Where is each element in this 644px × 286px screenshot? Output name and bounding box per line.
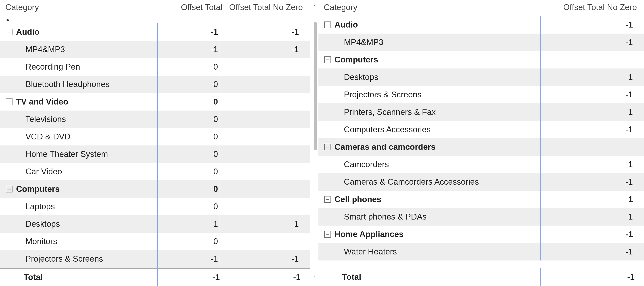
table-row[interactable]: Cameras & Camcorders Accessories-1 [318, 173, 644, 191]
table-row[interactable]: Laptops0 [0, 198, 310, 215]
table-row[interactable]: Water Heaters-1 [318, 243, 644, 260]
right-total-row: Total -1 [318, 268, 644, 286]
table-row[interactable]: Camcorders1 [318, 156, 644, 173]
left-total-c2: -1 [220, 268, 300, 286]
row-label: Printers, Scanners & Fax [344, 107, 436, 117]
cell-offset-total-no-zero [541, 138, 634, 156]
table-row[interactable]: Audio-1-1 [0, 23, 310, 41]
table-row[interactable]: MP4&MP3-1-1 [0, 41, 310, 58]
right-column-header-category[interactable]: Category [324, 2, 545, 14]
row-label: Cameras & Camcorders Accessories [344, 177, 479, 187]
scroll-down-icon[interactable]: ˅ [313, 276, 316, 281]
row-label: Projectors & Screens [344, 90, 422, 99]
collapse-icon[interactable] [6, 186, 12, 192]
cell-offset-total-no-zero: -1 [220, 23, 300, 41]
right-column-header-offset-total-no-zero[interactable]: Offset Total No Zero [545, 2, 639, 14]
row-label: Monitors [26, 237, 57, 246]
right-total-label: Total [342, 272, 361, 282]
table-row[interactable]: Desktops1 [318, 68, 644, 86]
table-row[interactable]: Car Video0 [0, 163, 310, 180]
table-row[interactable]: Computers Accessories-1 [318, 121, 644, 138]
collapse-icon[interactable] [324, 22, 331, 28]
table-row[interactable]: Projectors & Screens-1 [318, 86, 644, 103]
table-row[interactable]: Recording Pen0 [0, 58, 310, 76]
row-label: Recording Pen [26, 62, 80, 72]
cell-offset-total-no-zero: -1 [541, 16, 634, 34]
row-label: Home Appliances [334, 230, 404, 239]
cell-offset-total-no-zero [220, 233, 300, 250]
cell-offset-total-no-zero [220, 180, 300, 198]
left-header-category-label: Category [5, 3, 160, 12]
cell-offset-total-no-zero: -1 [220, 41, 300, 58]
collapse-icon[interactable] [324, 196, 331, 203]
table-row[interactable]: Cell phones1 [318, 191, 644, 208]
left-total-label: Total [24, 272, 43, 282]
cell-offset-total-no-zero [220, 58, 300, 76]
row-label: Car Video [26, 167, 62, 176]
table-row[interactable]: Home Theater System0 [0, 146, 310, 163]
table-row[interactable]: Computers [318, 51, 644, 68]
row-label: Smart phones & PDAs [344, 212, 426, 222]
row-label: MP4&MP3 [344, 38, 384, 47]
left-column-header-offset-total[interactable]: Offset Total [162, 2, 224, 14]
row-label: Computers Accessories [344, 125, 431, 134]
table-row[interactable]: VCD & DVD0 [0, 128, 310, 146]
row-label: Computers [334, 55, 378, 64]
cell-offset-total-no-zero [220, 128, 300, 146]
row-label: Audio [16, 27, 40, 37]
collapse-icon[interactable] [324, 144, 331, 150]
collapse-icon[interactable] [6, 29, 12, 35]
right-matrix: Category Offset Total No Zero Audio-1MP4… [316, 0, 644, 286]
row-label: Water Heaters [344, 247, 397, 256]
left-body[interactable]: Audio-1-1MP4&MP3-1-1Recording Pen0Blueto… [0, 23, 310, 268]
cell-offset-total: 0 [158, 128, 220, 146]
cell-offset-total-no-zero [541, 51, 634, 68]
cell-offset-total-no-zero: -1 [541, 173, 634, 191]
cell-offset-total-no-zero [220, 76, 300, 93]
row-label: Laptops [26, 202, 55, 211]
cell-offset-total: 0 [158, 146, 220, 163]
table-row[interactable]: Televisions0 [0, 110, 310, 128]
cell-offset-total-no-zero: 1 [541, 103, 634, 121]
table-row[interactable]: Desktops11 [0, 215, 310, 233]
table-row[interactable]: Audio-1 [318, 16, 644, 34]
table-row[interactable]: Smart phones & PDAs1 [318, 208, 644, 226]
table-row[interactable]: Printers, Scanners & Fax1 [318, 103, 644, 121]
row-label: Camcorders [344, 160, 389, 169]
right-body[interactable]: Audio-1MP4&MP3-1ComputersDesktops1Projec… [318, 16, 644, 268]
table-row[interactable]: Computers0 [0, 180, 310, 198]
scrollbar[interactable]: ˄ ˅ [312, 0, 316, 286]
cell-offset-total: 0 [158, 93, 220, 110]
cell-offset-total: 0 [158, 110, 220, 128]
cell-offset-total: 0 [158, 58, 220, 76]
table-row[interactable]: Bluetooth Headphones0 [0, 76, 310, 93]
cell-offset-total: 0 [158, 76, 220, 93]
row-label: Cell phones [334, 195, 382, 204]
row-label: Cameras and camcorders [334, 142, 436, 152]
collapse-icon[interactable] [324, 56, 331, 63]
table-row[interactable]: Cameras and camcorders [318, 138, 644, 156]
cell-offset-total: 0 [158, 163, 220, 180]
collapse-icon[interactable] [324, 231, 331, 238]
cell-offset-total-no-zero [220, 93, 300, 110]
left-header-row: Category ▲ Offset Total Offset Total No … [0, 2, 310, 23]
cell-offset-total: 1 [158, 215, 220, 233]
left-column-header-offset-total-no-zero[interactable]: Offset Total No Zero [224, 2, 304, 14]
table-row[interactable]: Home Appliances-1 [318, 226, 644, 243]
table-row[interactable]: Monitors0 [0, 233, 310, 250]
cell-offset-total-no-zero: 1 [541, 208, 634, 226]
cell-offset-total-no-zero [220, 110, 300, 128]
table-row[interactable]: TV and Video0 [0, 93, 310, 110]
cell-offset-total: 0 [158, 233, 220, 250]
cell-offset-total-no-zero: -1 [541, 34, 634, 51]
row-label: Televisions [26, 115, 66, 124]
table-row[interactable]: MP4&MP3-1 [318, 34, 644, 51]
collapse-icon[interactable] [6, 98, 12, 105]
cell-offset-total: -1 [158, 250, 220, 268]
row-label: Desktops [26, 219, 60, 229]
left-column-header-category[interactable]: Category ▲ [5, 2, 162, 23]
row-label: Desktops [344, 73, 378, 82]
scroll-up-icon[interactable]: ˄ [313, 5, 316, 10]
table-row[interactable]: Projectors & Screens-1-1 [0, 250, 310, 268]
cell-offset-total-no-zero: -1 [541, 243, 634, 260]
